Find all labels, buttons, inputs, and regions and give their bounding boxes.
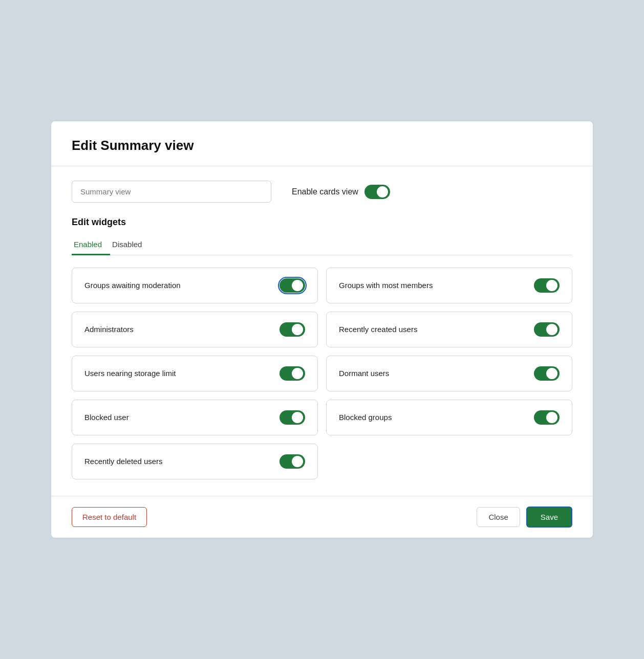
toggle-slider-groups-members: [534, 278, 560, 293]
modal-header: Edit Summary view: [51, 121, 593, 166]
toggle-blocked-user[interactable]: [280, 410, 305, 425]
tab-disabled[interactable]: Disabled: [110, 236, 150, 255]
toggle-slider-recently-created: [534, 322, 560, 337]
footer-right-actions: Close Save: [477, 507, 572, 528]
edit-widgets-title: Edit widgets: [72, 217, 572, 228]
widget-card-groups-members: Groups with most members: [326, 268, 572, 303]
widget-label-blocked-groups: Blocked groups: [339, 413, 392, 422]
toggle-groups-moderation[interactable]: [280, 278, 305, 293]
widget-card-blocked-user: Blocked user: [72, 400, 318, 435]
edit-summary-modal: Edit Summary view Enable cards view Edit…: [51, 121, 593, 538]
toggle-recently-deleted[interactable]: [280, 454, 305, 469]
toggle-slider-blocked-groups: [534, 410, 560, 425]
widget-label-dormant-users: Dormant users: [339, 369, 389, 378]
widget-label-recently-created: Recently created users: [339, 325, 417, 334]
widget-label-groups-members: Groups with most members: [339, 281, 433, 290]
toggle-administrators[interactable]: [280, 322, 305, 337]
widget-card-groups-moderation: Groups awaiting moderation: [72, 268, 318, 303]
widget-label-groups-moderation: Groups awaiting moderation: [84, 281, 181, 290]
tabs-container: Enabled Disabled: [72, 236, 572, 255]
toggle-dormant-users[interactable]: [534, 366, 560, 381]
widget-label-administrators: Administrators: [84, 325, 134, 334]
toggle-slider-dormant-users: [534, 366, 560, 381]
widget-label-blocked-user: Blocked user: [84, 413, 129, 422]
toggle-slider-recently-deleted: [280, 454, 305, 469]
toggle-slider-blocked-user: [280, 410, 305, 425]
top-row: Enable cards view: [72, 181, 572, 203]
tab-enabled[interactable]: Enabled: [72, 236, 110, 255]
close-button[interactable]: Close: [477, 507, 520, 527]
widget-card-recently-created: Recently created users: [326, 312, 572, 347]
widget-card-blocked-groups: Blocked groups: [326, 400, 572, 435]
toggle-groups-members[interactable]: [534, 278, 560, 293]
enable-cards-row: Enable cards view: [292, 185, 390, 199]
enable-cards-label: Enable cards view: [292, 187, 358, 196]
widgets-right-column: Groups with most members Recently create…: [326, 268, 572, 479]
widget-card-dormant-users: Dormant users: [326, 356, 572, 391]
summary-view-input[interactable]: [72, 181, 271, 203]
toggle-slider-administrators: [280, 322, 305, 337]
widgets-grid: Groups awaiting moderation Administrator…: [72, 268, 572, 479]
widget-card-recently-deleted: Recently deleted users: [72, 444, 318, 479]
widget-label-recently-deleted: Recently deleted users: [84, 457, 163, 466]
widgets-left-column: Groups awaiting moderation Administrator…: [72, 268, 318, 479]
enable-cards-toggle-slider: [364, 185, 390, 199]
widget-card-users-storage: Users nearing storage limit: [72, 356, 318, 391]
toggle-blocked-groups[interactable]: [534, 410, 560, 425]
modal-body: Enable cards view Edit widgets Enabled D…: [51, 166, 593, 496]
toggle-recently-created[interactable]: [534, 322, 560, 337]
widget-label-users-storage: Users nearing storage limit: [84, 369, 176, 378]
toggle-slider-users-storage: [280, 366, 305, 381]
modal-footer: Reset to default Close Save: [51, 496, 593, 538]
save-button[interactable]: Save: [526, 507, 572, 528]
enable-cards-toggle[interactable]: [364, 185, 390, 199]
widget-card-administrators: Administrators: [72, 312, 318, 347]
toggle-slider-groups-moderation: [280, 278, 305, 293]
toggle-users-storage[interactable]: [280, 366, 305, 381]
reset-to-default-button[interactable]: Reset to default: [72, 507, 147, 527]
modal-title: Edit Summary view: [72, 138, 572, 153]
